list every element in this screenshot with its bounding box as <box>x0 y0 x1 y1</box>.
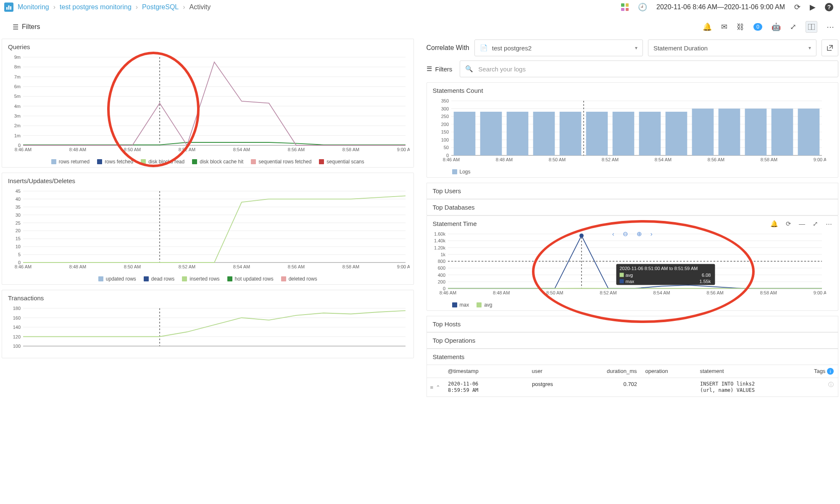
legend-item[interactable]: avg <box>477 302 492 308</box>
legend-item[interactable]: max <box>452 302 469 308</box>
legend-item[interactable]: Logs <box>452 169 471 175</box>
chart-statements-count[interactable]: 0501001502002503003508:46 AM8:48 AM8:50 … <box>431 97 826 165</box>
broken-link-icon[interactable]: ⛓ <box>737 23 744 32</box>
table-row[interactable]: ≡⌃ 2020-11-06 8:59:59 AM postgres 0.702 … <box>427 378 838 396</box>
time-range[interactable]: 2020-11-06 8:46 AM—2020-11-06 9:00 AM <box>656 3 785 11</box>
legend-label: disk block cache hit <box>200 159 243 165</box>
legend-item[interactable]: disk block cache hit <box>192 159 243 165</box>
svg-text:100: 100 <box>441 137 448 142</box>
correlate-source-value: test postgres2 <box>492 45 532 52</box>
drag-icon[interactable]: ≡ <box>430 384 434 391</box>
svg-text:8:58 AM: 8:58 AM <box>342 147 359 152</box>
sub-bar: ☰ Filters 🔔 ✉ ⛓ 0 🤖 ⤢ ⋯ <box>0 17 840 39</box>
col-timestamp[interactable]: @timestamp <box>444 365 528 378</box>
right-column: Correlate With 📄 test postgres2 ▾ Statem… <box>427 39 839 397</box>
correlate-source-select[interactable]: 📄 test postgres2 ▾ <box>474 39 643 56</box>
bell-icon[interactable]: 🔔 <box>703 22 712 32</box>
svg-rect-106 <box>533 112 555 155</box>
col-duration[interactable]: duration_ms <box>591 365 641 378</box>
svg-text:200: 200 <box>437 279 445 284</box>
svg-rect-115 <box>771 109 793 155</box>
refresh-icon[interactable]: ⟳ <box>786 220 791 228</box>
robot-icon[interactable]: 🤖 <box>772 22 781 32</box>
cell-operation <box>641 378 696 396</box>
log-search[interactable]: 🔍 <box>460 60 838 77</box>
svg-text:8:50 AM: 8:50 AM <box>548 157 565 162</box>
legend-item[interactable]: dead rows <box>144 276 174 282</box>
chart-iud[interactable]: 0510152025303540458:46 AM8:48 AM8:50 AM8… <box>6 188 410 272</box>
section-top-hosts[interactable]: Top Hosts <box>427 316 839 332</box>
svg-rect-114 <box>745 109 766 155</box>
zoom-out-icon[interactable]: ⊖ <box>623 230 628 238</box>
alert-count-badge[interactable]: 0 <box>753 23 762 31</box>
col-statement[interactable]: statement <box>696 365 801 378</box>
section-top-users[interactable]: Top Users <box>427 183 839 199</box>
breadcrumb-dashboard[interactable]: test postgres monitoring <box>60 3 132 11</box>
top-bar: Monitoring › test postgres monitoring › … <box>0 0 840 17</box>
cell-user: postgres <box>528 378 591 396</box>
legend-item[interactable]: sequential rows fetched <box>251 159 311 165</box>
expand-icon[interactable]: ⤢ <box>790 22 796 32</box>
legend-item[interactable]: sequential scans <box>319 159 364 165</box>
refresh-icon[interactable]: ⟳ <box>794 3 801 12</box>
mail-icon[interactable]: ✉ <box>721 22 727 32</box>
correlate-metric-select[interactable]: Statement Duration ▾ <box>648 39 816 56</box>
more-icon[interactable]: ⋯ <box>827 22 834 32</box>
legend-swatch <box>182 276 187 281</box>
more-icon[interactable]: ⋯ <box>826 220 832 228</box>
chevron-left-icon[interactable]: ‹ <box>612 230 614 238</box>
legend-swatch <box>141 159 146 164</box>
col-user[interactable]: user <box>528 365 591 378</box>
zoom-in-icon[interactable]: ⊕ <box>637 230 642 238</box>
filters-button[interactable]: ☰ Filters <box>13 23 40 31</box>
legend-item[interactable]: deleted rows <box>281 276 317 282</box>
col-operation[interactable]: operation <box>641 365 696 378</box>
section-top-operations[interactable]: Top Operations <box>427 332 839 349</box>
legend-item[interactable]: rows fetched <box>97 159 133 165</box>
play-icon[interactable]: ▶ <box>810 3 816 12</box>
chart-transactions[interactable]: 100120140160180 <box>6 305 410 355</box>
breadcrumb-postgresql[interactable]: PostgreSQL <box>142 3 179 11</box>
info-icon[interactable]: i <box>827 368 834 375</box>
chart-statement-time[interactable]: 02004006008001k1.20k1.40k1.60k8:46 AM8:4… <box>431 231 826 298</box>
legend-item[interactable]: rows returned <box>51 159 90 165</box>
open-external-button[interactable] <box>822 39 838 56</box>
svg-text:2020-11-06 8:51:00 AM to 8:51:: 2020-11-06 8:51:00 AM to 8:51:59 AM <box>619 266 698 271</box>
help-icon[interactable]: ? <box>825 3 833 11</box>
bell-icon[interactable]: 🔔 <box>770 220 778 228</box>
chart-queries[interactable]: 01m2m3m4m5m6m7m8m9m8:46 AM8:48 AM8:50 AM… <box>6 54 410 155</box>
split-view-button[interactable] <box>806 21 817 33</box>
breadcrumb: Monitoring › test postgres monitoring › … <box>18 3 211 11</box>
expand-icon[interactable]: ⤢ <box>813 220 818 228</box>
log-filters-button[interactable]: ☰ Filters <box>427 65 453 73</box>
legend-swatch <box>97 159 102 164</box>
legend-label: rows returned <box>59 159 90 165</box>
section-top-databases[interactable]: Top Databases <box>427 199 839 215</box>
svg-text:180: 180 <box>13 306 21 311</box>
col-tags[interactable]: Tags i <box>800 365 838 378</box>
svg-text:1.20k: 1.20k <box>434 245 445 250</box>
svg-rect-0 <box>6 7 8 10</box>
search-icon: 🔍 <box>465 65 473 73</box>
svg-text:800: 800 <box>437 259 445 264</box>
legend-item[interactable]: disk blocks read <box>141 159 184 165</box>
breadcrumb-monitoring[interactable]: Monitoring <box>18 3 49 11</box>
svg-rect-111 <box>665 112 687 155</box>
legend-item[interactable]: inserted rows <box>182 276 219 282</box>
legend-swatch <box>192 159 197 164</box>
filter-icon: ☰ <box>427 65 432 73</box>
chevron-right-icon[interactable]: › <box>650 230 653 238</box>
minimize-icon[interactable]: — <box>799 220 805 228</box>
legend-item[interactable]: hot updated rows <box>227 276 274 282</box>
legend-swatch <box>452 302 457 307</box>
status-grid-icon[interactable] <box>621 3 629 11</box>
log-search-input[interactable] <box>477 65 833 73</box>
section-statements[interactable]: Statements <box>427 349 839 365</box>
legend-item[interactable]: updated rows <box>98 276 136 282</box>
expand-row-icon[interactable]: ⌃ <box>436 384 440 391</box>
breadcrumb-current: Activity <box>190 3 211 11</box>
svg-text:8:58 AM: 8:58 AM <box>760 157 777 162</box>
panel-statement-time: Statement Time 🔔 ⟳ — ⤢ ⋯ ‹ ⊖ ⊕ › 0200400… <box>427 215 839 311</box>
svg-text:3m: 3m <box>14 113 21 118</box>
svg-text:9:00 AM: 9:00 AM <box>813 157 826 162</box>
